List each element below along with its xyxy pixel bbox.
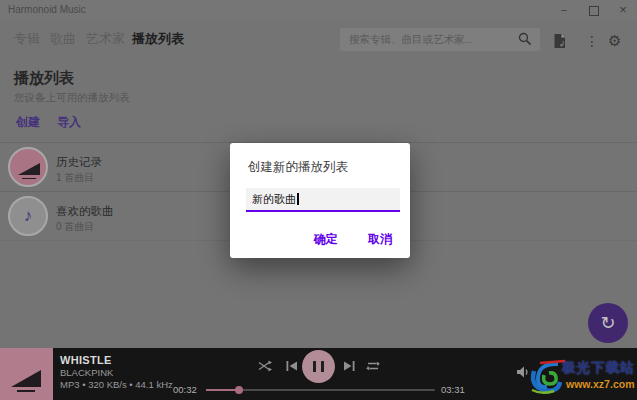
tab-tracks[interactable]: 歌曲 <box>50 30 76 48</box>
page-subtitle: 您设备上可用的播放列表 <box>14 91 130 105</box>
playlist-name: 历史记录 <box>56 155 102 170</box>
text-caret <box>297 193 299 205</box>
dialog-actions: 确定 取消 <box>314 229 392 248</box>
cancel-button[interactable]: 取消 <box>368 231 392 248</box>
album-art-shape <box>18 163 40 175</box>
refresh-fab-button[interactable]: ↻ <box>588 303 628 343</box>
elapsed-time: 00:32 <box>173 384 197 395</box>
track-details: MP3 • 320 KB/s • 44.1 kHz <box>60 379 173 390</box>
now-playing-bar: WHISTLE BLACKPINK MP3 • 320 KB/s • 44.1 … <box>0 348 637 400</box>
playlist-name-value: 新的歌曲 <box>252 193 296 205</box>
tab-albums[interactable]: 专辑 <box>14 30 40 48</box>
music-note-icon: ♪ <box>8 196 48 236</box>
seek-thumb[interactable] <box>235 386 243 394</box>
playlist-name: 喜欢的歌曲 <box>56 204 114 219</box>
repeat-icon[interactable] <box>366 359 380 373</box>
previous-track-icon[interactable] <box>285 359 299 373</box>
window-title: Harmonoid Music <box>8 4 86 15</box>
pause-button[interactable] <box>302 350 335 383</box>
dialog-title: 创建新的播放列表 <box>248 159 348 176</box>
track-title: WHISTLE <box>60 354 112 366</box>
close-button[interactable]: × <box>609 0 637 20</box>
settings-gear-icon[interactable]: ⚙ <box>608 33 621 48</box>
minimize-button[interactable]: − <box>550 0 578 20</box>
pause-icon <box>321 361 324 372</box>
create-playlist-button[interactable]: 创建 <box>16 114 40 131</box>
tab-artists[interactable]: 艺术家 <box>86 30 125 48</box>
pause-icon <box>313 361 316 372</box>
more-options-icon[interactable]: ⋮ <box>585 34 599 48</box>
seek-slider[interactable] <box>206 389 435 391</box>
refresh-icon: ↻ <box>600 313 615 333</box>
playlist-name-input[interactable]: 新的歌曲 <box>246 188 400 212</box>
volume-icon[interactable] <box>516 365 530 379</box>
create-playlist-dialog: 创建新的播放列表 新的歌曲 确定 取消 <box>230 143 410 258</box>
search-icon <box>518 32 532 46</box>
app-window: Harmonoid Music − × 专辑 歌曲 艺术家 播放列表 搜索专辑、… <box>0 0 637 400</box>
search-placeholder: 搜索专辑、曲目或艺术家... <box>349 28 473 51</box>
file-music-icon[interactable] <box>552 33 567 49</box>
maximize-button[interactable] <box>580 0 608 20</box>
maximize-icon <box>589 6 599 16</box>
shuffle-icon[interactable] <box>258 359 272 373</box>
page-title: 播放列表 <box>14 69 74 88</box>
album-art-line <box>17 390 35 392</box>
playlist-track-count: 1 首曲目 <box>56 171 94 185</box>
playlist-track-count: 0 首曲目 <box>56 220 94 234</box>
album-art-line <box>22 178 36 180</box>
import-playlist-button[interactable]: 导入 <box>57 114 81 131</box>
album-art-thumbnail <box>0 348 53 400</box>
total-duration: 03:31 <box>441 384 465 395</box>
tab-playlists[interactable]: 播放列表 <box>132 30 184 48</box>
next-track-icon[interactable] <box>342 359 356 373</box>
ok-button[interactable]: 确定 <box>314 231 338 248</box>
title-bar: Harmonoid Music − × <box>0 0 637 20</box>
search-input[interactable]: 搜索专辑、曲目或艺术家... <box>340 28 540 51</box>
playlist-art-history <box>8 147 48 187</box>
album-art-shape <box>11 370 41 387</box>
track-artist: BLACKPINK <box>60 367 113 378</box>
